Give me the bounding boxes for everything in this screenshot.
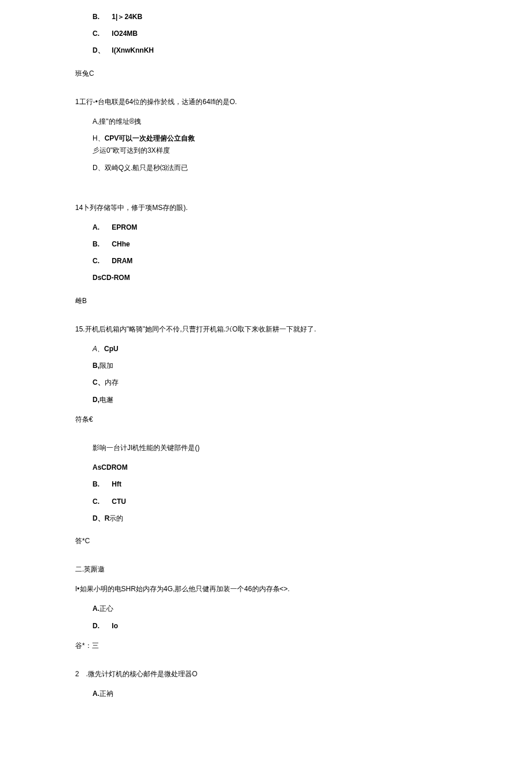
question-text: 2 .微先计灯机的核心邮件是微处理器O: [75, 670, 197, 678]
option-text: 撞"的维址®拽: [99, 117, 141, 126]
option-label: A.: [93, 605, 99, 613]
option-c: C、内存: [93, 377, 457, 388]
option-text: 双崎Q义.船只是秒⑶法而已: [105, 164, 189, 172]
option-label: H、: [93, 134, 105, 142]
option-label: D、: [93, 45, 110, 56]
option-label: B.: [93, 12, 110, 23]
option-text: I(XnwKnnKH: [112, 46, 154, 54]
option-d: DsCD-ROM: [93, 272, 457, 283]
q13-question: 1工行-•台电联是64位的操作於线，达通的64Ifi的是O.: [75, 97, 457, 108]
option-text: CHhe: [112, 240, 130, 248]
option-a: A,撞"的维址®拽: [93, 116, 457, 127]
option-b: B. CHhe: [93, 239, 457, 250]
q12-options: B. 1|＞24KB C. IO24MB D、 I(XnwKnnKH: [75, 12, 457, 57]
q14-options: A. EPROM B. CHhe C. DRAM DsCD-ROM: [75, 222, 457, 284]
section2-header: 二.英厮邀: [75, 564, 457, 575]
option-label: B,: [93, 362, 99, 370]
question-text: I•如果小明的电SHR始内存为4G,那么他只健再加装一个46的内存条<>.: [75, 585, 290, 593]
option-label: A.: [93, 690, 99, 698]
s2q2-question: 2 .微先计灯机的核心邮件是微处理器O: [75, 669, 457, 680]
option-d: D、R示的: [93, 513, 457, 524]
option-text: 正心: [99, 605, 113, 613]
option-label: C.: [93, 496, 110, 507]
q16-answer: 答*C: [75, 536, 457, 547]
option-a: A.正心: [93, 603, 457, 614]
option-b: B. 1|＞24KB: [93, 12, 457, 23]
option-d: D,电邂: [93, 395, 457, 406]
q12-answer: 班兔C: [75, 68, 457, 79]
option-text: Hft: [112, 480, 121, 488]
option-text: EPROM: [112, 223, 137, 231]
option-c: C. CTU: [93, 496, 457, 507]
option-d: D、 I(XnwKnnKH: [93, 45, 457, 56]
option-c: C. DRAM: [93, 256, 457, 267]
q15-answer: 符条€: [75, 414, 457, 425]
option-text: DRAM: [112, 257, 132, 265]
s2q1-answer: 谷*：三: [75, 640, 457, 651]
q16-block: 影响一台计JI机性能的关键部件是() AsCDROM B. Hft C. CTU…: [75, 443, 457, 524]
option-a: A、CpU: [93, 344, 457, 355]
option-a: AsCDROM: [93, 462, 457, 473]
option-label: D,: [93, 396, 99, 404]
q13-options: A,撞"的维址®拽 H、CPV可以一次处理俯公立自救 彡运0"欧可达到的3X样度…: [75, 116, 457, 174]
question-text: 14卜列存储等中，修于项MS存的眼).: [75, 204, 188, 212]
option-label: A.: [93, 222, 110, 233]
option-c: C. IO24MB: [93, 28, 457, 39]
option-text: AsCDROM: [93, 463, 128, 471]
option-b: B,限加: [93, 360, 457, 371]
q14-answer: 雌B: [75, 296, 457, 307]
option-label: D、: [93, 514, 105, 522]
option-d: D. Io: [93, 621, 457, 632]
option-text: 正衲: [99, 690, 113, 698]
option-label: B.: [93, 479, 110, 490]
question-text: 1工行-•台电联是64位的操作於线，达通的64Ifi的是O.: [75, 98, 237, 106]
option-h: H、CPV可以一次处理俯公立自救: [93, 133, 457, 144]
option-text: CTU: [112, 497, 126, 506]
s2q1-options: A.正心 D. Io: [75, 603, 457, 631]
q15-options: A、CpU B,限加 C、内存 D,电邂: [75, 344, 457, 406]
option-text: Io: [112, 622, 118, 630]
s2q1-question: I•如果小明的电SHR始内存为4G,那么他只健再加装一个46的内存条<>.: [75, 584, 457, 595]
option-text: CpU: [104, 345, 119, 353]
option-label: C、: [93, 378, 105, 386]
option-label: D.: [93, 621, 110, 632]
option-text: 限加: [99, 362, 113, 370]
option-d: D、双崎Q义.船只是秒⑶法而已: [93, 163, 457, 174]
option-text: 内存: [105, 378, 119, 386]
option-text: 1|＞24KB: [112, 13, 142, 21]
option-text: 电邂: [99, 396, 113, 404]
option-b: B. Hft: [93, 479, 457, 490]
s2q2-options: A.正衲: [75, 688, 457, 699]
option-a: A. EPROM: [93, 222, 457, 233]
option-label: C.: [93, 28, 110, 39]
option-extra: 彡运0"欧可达到的3X样度: [93, 145, 457, 156]
option-label: D、: [93, 164, 105, 172]
q14-question: 14卜列存储等中，修于项MS存的眼).: [75, 202, 457, 213]
option-label: A,: [93, 117, 99, 126]
option-label: A、: [93, 345, 104, 353]
option-text: DsCD-ROM: [93, 274, 130, 282]
option-label: B.: [93, 239, 110, 250]
option-text-suffix: 示的: [109, 514, 123, 522]
option-text: IO24MB: [112, 30, 138, 38]
option-a: A.正衲: [93, 688, 457, 699]
option-text: CPV可以一次处理俯公立自救: [105, 134, 195, 142]
option-text: 彡运0"欧可达到的3X样度: [93, 146, 170, 154]
q16-question: 影响一台计JI机性能的关键部件是(): [93, 443, 457, 454]
question-text: 15.开机后机箱内"略骑"她同个不伶,只曹打开机箱.ℋO取下来收新耕一下就好了.: [75, 325, 316, 333]
option-label: C.: [93, 256, 110, 267]
q15-question: 15.开机后机箱内"略骑"她同个不伶,只曹打开机箱.ℋO取下来收新耕一下就好了.: [75, 324, 457, 335]
